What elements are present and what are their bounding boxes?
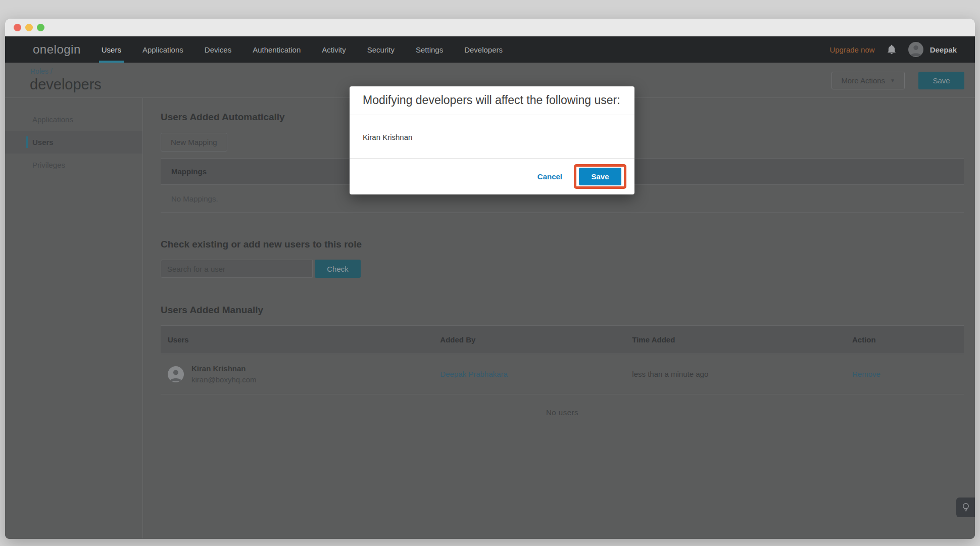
nav-item-authentication[interactable]: Authentication [242, 36, 311, 63]
row-user-email: kiran@boxyhq.com [191, 375, 257, 384]
nav-menu: Users Applications Devices Authenticatio… [91, 36, 513, 63]
added-by-link[interactable]: Deepak Prabhakara [440, 370, 507, 378]
lightbulb-icon [962, 503, 969, 513]
nav-item-applications[interactable]: Applications [132, 36, 194, 63]
window-titlebar [5, 19, 975, 36]
help-lightbulb-widget[interactable] [956, 498, 975, 517]
user-avatar [908, 42, 923, 57]
account-menu[interactable]: Deepak [908, 42, 957, 57]
new-mapping-button[interactable]: New Mapping [161, 133, 227, 152]
sidebar-item-applications[interactable]: Applications [5, 108, 142, 131]
close-window-button[interactable] [14, 24, 21, 31]
nav-item-settings[interactable]: Settings [405, 36, 454, 63]
minimize-window-button[interactable] [25, 24, 33, 31]
upgrade-now-link[interactable]: Upgrade now [829, 45, 874, 54]
row-user-avatar [168, 366, 184, 382]
more-actions-button[interactable]: More Actions ▼ [831, 72, 905, 89]
users-table: Users Added By Time Added Action [161, 325, 964, 394]
modal-title: Modifying developers will affect the fol… [350, 86, 634, 115]
notifications-bell-icon[interactable] [887, 44, 896, 55]
zoom-window-button[interactable] [37, 24, 44, 31]
modal-footer: Cancel Save [350, 159, 634, 194]
table-row: Kiran Krishnan kiran@boxyhq.com Deepak P… [161, 354, 964, 394]
nav-item-developers[interactable]: Developers [454, 36, 513, 63]
nav-item-security[interactable]: Security [357, 36, 405, 63]
search-user-input[interactable] [161, 260, 313, 278]
users-added-manually-heading: Users Added Manually [161, 305, 964, 316]
nav-item-activity[interactable]: Activity [311, 36, 357, 63]
modal-save-button[interactable]: Save [579, 168, 621, 185]
save-highlight-annotation: Save [574, 164, 626, 189]
chevron-down-icon: ▼ [890, 78, 895, 83]
nav-item-users[interactable]: Users [91, 36, 132, 63]
users-table-header: Users Added By Time Added Action [161, 326, 964, 354]
sidebar-item-privileges[interactable]: Privileges [5, 154, 142, 176]
time-added-value: less than a minute ago [632, 370, 852, 378]
nav-item-devices[interactable]: Devices [194, 36, 242, 63]
confirm-modal: Modifying developers will affect the fol… [350, 86, 634, 194]
check-button[interactable]: Check [315, 260, 361, 278]
sidebar-item-users[interactable]: Users [5, 131, 142, 154]
check-users-heading: Check existing or add new users to this … [161, 239, 964, 250]
remove-user-link[interactable]: Remove [852, 370, 880, 378]
no-users-text: No users [161, 408, 964, 417]
role-sidebar: Applications Users Privileges [5, 98, 143, 538]
top-navbar: onelogin Users Applications Devices Auth… [5, 36, 975, 63]
modal-affected-user: Kiran Krishnan [350, 115, 634, 159]
onelogin-logo: onelogin [33, 42, 81, 57]
page-title: developers [30, 76, 102, 93]
role-save-button[interactable]: Save [918, 72, 964, 89]
user-name-label: Deepak [930, 45, 957, 54]
modal-cancel-button[interactable]: Cancel [537, 172, 562, 181]
row-user-name: Kiran Krishnan [191, 364, 257, 373]
breadcrumb-roles-link[interactable]: Roles / [30, 67, 53, 75]
